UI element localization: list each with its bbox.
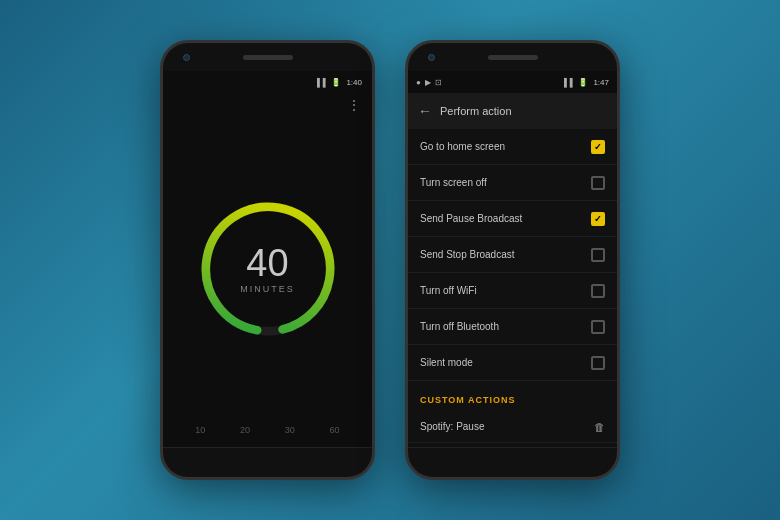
back-button[interactable]: ← [418,103,432,119]
more-options-icon[interactable]: ⋮ [347,97,362,113]
checkbox-silent[interactable] [591,356,605,370]
status-bar: ▌▌ 🔋 1:40 [163,71,372,93]
speaker [243,55,293,60]
spotify-icon: ● [416,78,421,87]
action-item-home[interactable]: Go to home screen [408,129,617,165]
spotify-action-item[interactable]: Spotify: Pause 🗑 [408,411,617,443]
status-left: ● ▶ ⊡ [416,78,442,87]
checkbox-home[interactable] [591,140,605,154]
checkbox-screen[interactable] [591,176,605,190]
action-item-stop[interactable]: Send Stop Broadcast [408,237,617,273]
signal-icon-2: ▌▌ [564,78,575,87]
phone-1: ▌▌ 🔋 1:40 ⋮ [160,40,375,480]
phone-1-top-bar [163,43,372,71]
action-label-bluetooth: Turn off Bluetooth [420,321,499,332]
time-display: 1:40 [346,78,362,87]
phone-1-bottom-bar [163,447,372,477]
timer-text: 40 MINUTES [240,244,295,294]
action-label-wifi: Turn off WiFi [420,285,477,296]
tick-60: 60 [330,425,340,435]
timer-circle-container: 40 MINUTES [193,117,343,420]
action-label-home: Go to home screen [420,141,505,152]
action-item-screen[interactable]: Turn screen off [408,165,617,201]
delete-action-icon[interactable]: 🗑 [594,421,605,433]
timer-ticks: 10 20 30 60 [163,420,372,447]
checkbox-pause[interactable] [591,212,605,226]
action-label-stop: Send Stop Broadcast [420,249,515,260]
timer-value: 40 [246,244,288,282]
cast-icon: ⊡ [435,78,442,87]
custom-actions-label: CUSTOM ACTIONS [420,395,516,405]
front-camera-2 [428,54,435,61]
speaker-2 [488,55,538,60]
checkbox-stop[interactable] [591,248,605,262]
overflow-menu[interactable]: ⋮ [163,93,372,117]
phone-2-top-bar [408,43,617,71]
toolbar-title: Perform action [440,105,512,117]
checkbox-bluetooth[interactable] [591,320,605,334]
timer-screen: ▌▌ 🔋 1:40 ⋮ [163,71,372,447]
actions-status-bar: ● ▶ ⊡ ▌▌ 🔋 1:47 [408,71,617,93]
action-item-pause[interactable]: Send Pause Broadcast [408,201,617,237]
front-camera [183,54,190,61]
actions-list: Go to home screen Turn screen off Send P… [408,129,617,447]
action-label-silent: Silent mode [420,357,473,368]
status-right: ▌▌ 🔋 1:47 [564,78,609,87]
signal-icon: ▌▌ [317,78,328,87]
action-label-screen: Turn screen off [420,177,487,188]
checkbox-wifi[interactable] [591,284,605,298]
custom-actions-section: CUSTOM ACTIONS [408,381,617,411]
spotify-action-label: Spotify: Pause [420,421,484,432]
tick-10: 10 [195,425,205,435]
tick-30: 30 [285,425,295,435]
phone-2: ● ▶ ⊡ ▌▌ 🔋 1:47 ← Perform action [405,40,620,480]
actions-toolbar: ← Perform action [408,93,617,129]
action-item-wifi[interactable]: Turn off WiFi [408,273,617,309]
time-display-2: 1:47 [593,78,609,87]
battery-icon-2: 🔋 [578,78,588,87]
action-item-bluetooth[interactable]: Turn off Bluetooth [408,309,617,345]
tick-20: 20 [240,425,250,435]
play-icon: ▶ [425,78,431,87]
battery-icon: 🔋 [331,78,341,87]
phone-2-bottom-bar [408,447,617,477]
action-label-pause: Send Pause Broadcast [420,213,522,224]
timer-unit: MINUTES [240,284,295,294]
action-item-silent[interactable]: Silent mode [408,345,617,381]
actions-screen: ● ▶ ⊡ ▌▌ 🔋 1:47 ← Perform action [408,71,617,447]
